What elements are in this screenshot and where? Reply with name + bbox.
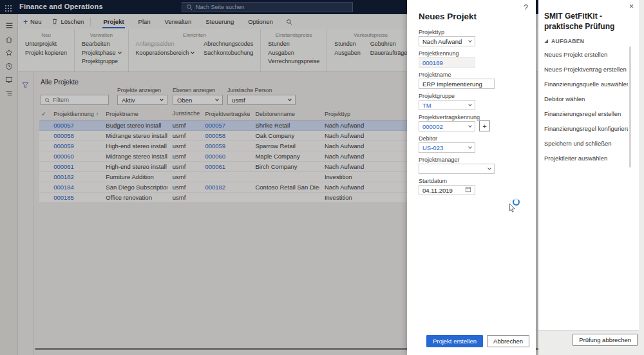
close-icon[interactable]: × (629, 2, 634, 11)
chevron-down-icon (468, 124, 472, 128)
field-label: Debitor (419, 135, 527, 142)
chevron-down-icon (468, 39, 472, 43)
field-value: 000002 (422, 123, 443, 130)
field-projektname: Projektname (419, 71, 527, 89)
field-label: Projektkennung (419, 50, 527, 57)
field-control-projektgruppe[interactable]: TM (419, 100, 475, 110)
chevron-down-icon (468, 102, 472, 106)
field-value: 04.11.2019 (422, 187, 453, 194)
task-item[interactable]: Finanzierungsquelle auswählen (544, 77, 628, 91)
field-control-debitor[interactable]: US-023 (419, 142, 475, 153)
dialog-title: Neues Projekt (419, 12, 477, 21)
task-guide-title: SMIT GetFitKit - praktische Prüfung (544, 11, 625, 32)
field-control-projektvertragskennung[interactable]: 000002 (419, 121, 475, 131)
add-new-button[interactable]: + (479, 120, 490, 131)
task-guide-card: × SMIT GetFitKit - praktische Prüfung AU… (538, 0, 639, 331)
abort-exam-button[interactable]: Prüfung abbrechen (573, 334, 638, 346)
new-project-dialog: ? Neues Projekt ProjekttypNach AufwandPr… (407, 0, 536, 355)
field-projektvertragskennung: Projektvertragskennung000002+ (419, 113, 527, 131)
field-label: Projektgruppe (419, 92, 527, 100)
field-label: Projekttyp (419, 28, 527, 36)
task-list-scrollbar[interactable] (629, 46, 631, 168)
field-control-projektname[interactable] (419, 79, 495, 89)
tasks-section-header[interactable]: AUFGABEN (544, 38, 584, 44)
field-label: Startdatum (419, 177, 527, 185)
cancel-button[interactable]: Abbrechen (487, 335, 529, 347)
screen: Finance and Operations +NeuLöschenProjek… (0, 0, 644, 355)
chevron-down-icon (468, 145, 472, 149)
field-value: Nach Aufwand (422, 38, 462, 45)
task-item[interactable]: Neues Projekt erstellen (544, 47, 628, 62)
collapse-triangle-icon (544, 39, 548, 43)
field-projektkennung: Projektkennung000189 (419, 50, 527, 68)
task-guide-panel: × SMIT GetFitKit - praktische Prüfung AU… (538, 0, 644, 355)
field-debitor: DebitorUS-023 (419, 135, 527, 153)
field-label: Projektmanager (419, 156, 527, 164)
busy-spinner-cursor (509, 198, 526, 215)
task-item[interactable]: Debitor wählen (544, 91, 628, 106)
field-input[interactable] (422, 81, 491, 88)
field-control-projektkennung: 000189 (419, 57, 475, 68)
field-control-projektmanager[interactable] (419, 164, 495, 174)
task-item[interactable]: Finanzierungsregel konfigurieren (544, 121, 628, 136)
field-projektgruppe: ProjektgruppeTM (419, 92, 527, 110)
task-item[interactable]: Finanzierungsregel erstellen (544, 106, 628, 121)
task-item[interactable]: Neues Projektvertrag erstellen (544, 62, 628, 77)
mouse-cursor-icon (509, 203, 516, 215)
field-label: Projektname (419, 71, 527, 79)
field-startdatum: Startdatum04.11.2019 (419, 177, 527, 195)
task-item[interactable]: Projektleiter auswählen (544, 151, 628, 166)
field-projektmanager: Projektmanager (419, 156, 527, 174)
calendar-icon[interactable] (465, 186, 471, 194)
field-value: US-023 (422, 144, 443, 151)
help-icon[interactable]: ? (524, 3, 528, 12)
field-projekttyp: ProjekttypNach Aufwand (419, 28, 527, 46)
create-project-button[interactable]: Projekt erstellen (426, 335, 483, 347)
field-label: Projektvertragskennung (419, 113, 527, 121)
field-value: TM (422, 102, 431, 109)
field-control-startdatum[interactable]: 04.11.2019 (419, 185, 475, 195)
field-value: 000189 (422, 59, 443, 66)
task-item[interactable]: Speichern und schließen (544, 136, 628, 151)
chevron-down-icon (488, 166, 491, 170)
field-control-projekttyp[interactable]: Nach Aufwand (419, 36, 475, 46)
